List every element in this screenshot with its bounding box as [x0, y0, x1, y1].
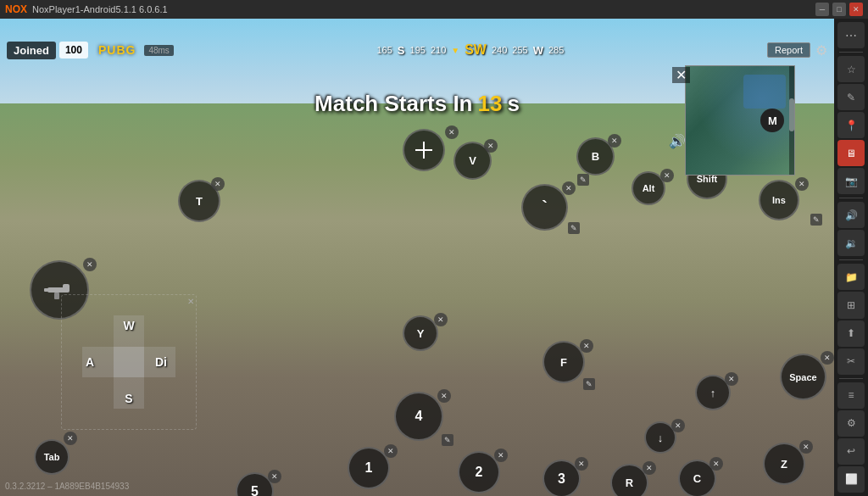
a-key-label: A — [86, 355, 94, 369]
sidebar-more-button[interactable]: ⋯ — [837, 22, 865, 48]
s-key-label: S — [125, 392, 132, 405]
c-close-x[interactable]: ✕ — [709, 457, 723, 471]
nox-logo: NOX — [5, 3, 27, 15]
player-marker: M — [760, 109, 784, 132]
b-edit-icon[interactable]: ✎ — [577, 174, 589, 186]
num3-close-x[interactable]: ✕ — [575, 457, 588, 471]
minimap-close-x[interactable]: ✕ — [672, 67, 690, 83]
sidebar-location-button[interactable]: 📍 — [837, 112, 865, 138]
num1-close-x[interactable]: ✕ — [384, 444, 398, 458]
dpad-box: ✕ W A S Di — [61, 294, 197, 430]
sidebar-screen-button[interactable]: 🖥 — [837, 140, 865, 166]
num4-key-button[interactable]: 4 — [394, 392, 443, 441]
space-key-button[interactable]: Space — [780, 354, 826, 400]
crosshair-close-x[interactable]: ✕ — [445, 125, 459, 139]
num2-close-x[interactable]: ✕ — [494, 449, 508, 462]
speaker-icon[interactable]: 🔊 — [669, 133, 686, 149]
dpad-center — [114, 347, 144, 377]
minimap: M — [685, 65, 795, 176]
compass-240: 240 — [492, 45, 507, 55]
num4-edit-icon[interactable]: ✎ — [442, 434, 453, 446]
sidebar-volume-down-button[interactable]: 🔉 — [837, 230, 865, 256]
compass-165: 165 — [377, 45, 392, 55]
tab-close-x[interactable]: ✕ — [64, 432, 77, 445]
sidebar-settings-button[interactable]: ⚙ — [837, 410, 865, 437]
game-area: Joined 100 PUBG 48ms 165 S 195 210 ▼ SW … — [0, 19, 834, 496]
crosshair-button[interactable] — [403, 129, 445, 171]
dot-edit-icon[interactable]: ✎ — [568, 222, 580, 234]
compass-285: 285 — [548, 45, 564, 55]
y-key-button[interactable]: Y — [403, 315, 438, 351]
dpad-cross[interactable]: W A S Di — [82, 315, 175, 409]
pubg-logo: PUBG — [98, 43, 136, 57]
sidebar-volume-up-button[interactable]: 🔊 — [837, 202, 865, 228]
sidebar-camera-button[interactable]: 📷 — [837, 168, 865, 194]
match-countdown: 13 — [477, 91, 502, 117]
close-button[interactable]: ✕ — [849, 3, 863, 16]
compass-arrow-icon: ▼ — [451, 46, 459, 55]
look-joystick[interactable]: ` — [521, 184, 568, 231]
compass-W: W — [533, 44, 543, 57]
ins-edit-icon[interactable]: ✎ — [810, 214, 822, 226]
r-close-x[interactable]: ✕ — [643, 461, 656, 475]
ins-close-x[interactable]: ✕ — [795, 177, 809, 191]
ping-badge: 48ms — [144, 45, 173, 56]
space-close-x[interactable]: ✕ — [821, 351, 834, 365]
b-close-x[interactable]: ✕ — [608, 134, 621, 148]
sidebar: ⋯ ☆ ✎ 📍 🖥 📷 🔊 🔉 📁 ⊞ ⬆ ✂ ≡ ⚙ ↩ ⬜ — [834, 19, 868, 496]
window-controls: ─ □ ✕ — [815, 3, 863, 16]
dpad-close-x[interactable]: ✕ — [187, 297, 194, 306]
alt-close-x[interactable]: ✕ — [660, 169, 674, 182]
sidebar-separator-1 — [839, 52, 863, 53]
z-close-x[interactable]: ✕ — [799, 440, 813, 454]
y-close-x[interactable]: ✕ — [434, 313, 448, 326]
sidebar-upload-button[interactable]: ⬆ — [837, 320, 865, 347]
f-key-button[interactable]: F — [542, 341, 585, 383]
match-banner: Match Starts In 13 s — [314, 91, 520, 117]
maximize-button[interactable]: □ — [832, 3, 846, 16]
gun-close-x[interactable]: ✕ — [83, 258, 97, 271]
sidebar-folder-button[interactable]: 📁 — [837, 264, 865, 290]
sidebar-menu-button[interactable]: ≡ — [837, 382, 865, 409]
dot-close-x[interactable]: ✕ — [562, 181, 576, 195]
minimap-scroll-thumb — [789, 98, 794, 131]
compass: 165 S 195 210 ▼ SW 240 255 W 285 — [174, 42, 767, 58]
hud-top-bar: Joined 100 PUBG 48ms 165 S 195 210 ▼ SW … — [0, 37, 834, 63]
f-close-x[interactable]: ✕ — [580, 339, 593, 353]
down-close-x[interactable]: ✕ — [671, 419, 685, 432]
svg-rect-6 — [54, 293, 59, 299]
map-water — [743, 75, 786, 109]
compass-195: 195 — [410, 45, 426, 55]
v-close-x[interactable]: ✕ — [484, 139, 498, 153]
sidebar-scissors-button[interactable]: ✂ — [837, 348, 865, 375]
sidebar-square-button[interactable]: ⬜ — [837, 466, 865, 493]
tab-key-button[interactable]: Tab — [34, 439, 70, 475]
minimap-scrollbar — [789, 66, 794, 175]
player-count-badge: 100 — [59, 42, 88, 59]
num4-close-x[interactable]: ✕ — [437, 389, 451, 403]
crosshair-icon — [412, 138, 436, 162]
svg-rect-5 — [63, 284, 70, 293]
match-text: Match Starts In — [314, 91, 472, 117]
sidebar-star-button[interactable]: ☆ — [837, 56, 865, 82]
t-close-x[interactable]: ✕ — [211, 177, 225, 191]
num5-close-x[interactable]: ✕ — [268, 470, 281, 483]
sidebar-separator-2 — [839, 198, 863, 198]
sidebar-grid-button[interactable]: ⊞ — [837, 292, 865, 318]
w-key-label: W — [123, 319, 134, 332]
d-key-label: Di — [155, 355, 167, 369]
dpad-container: ✕ W A S Di — [61, 294, 197, 430]
sidebar-pencil-button[interactable]: ✎ — [837, 84, 865, 110]
ins-key-button[interactable]: Ins — [759, 180, 799, 220]
f-edit-icon[interactable]: ✎ — [583, 378, 595, 390]
sidebar-back-button[interactable]: ↩ — [837, 438, 865, 465]
up-close-x[interactable]: ✕ — [725, 372, 738, 386]
compass-210: 210 — [431, 45, 446, 55]
minimize-button[interactable]: ─ — [815, 3, 829, 16]
settings-gear-icon[interactable]: ⚙ — [815, 42, 827, 59]
compass-SW: SW — [465, 42, 487, 58]
title-bar: NOX NoxPlayer1-Android5.1.1 6.0.6.1 ─ □ … — [0, 0, 868, 19]
compass-255: 255 — [512, 45, 527, 55]
sidebar-separator-3 — [839, 259, 863, 260]
report-button[interactable]: Report — [767, 42, 810, 58]
